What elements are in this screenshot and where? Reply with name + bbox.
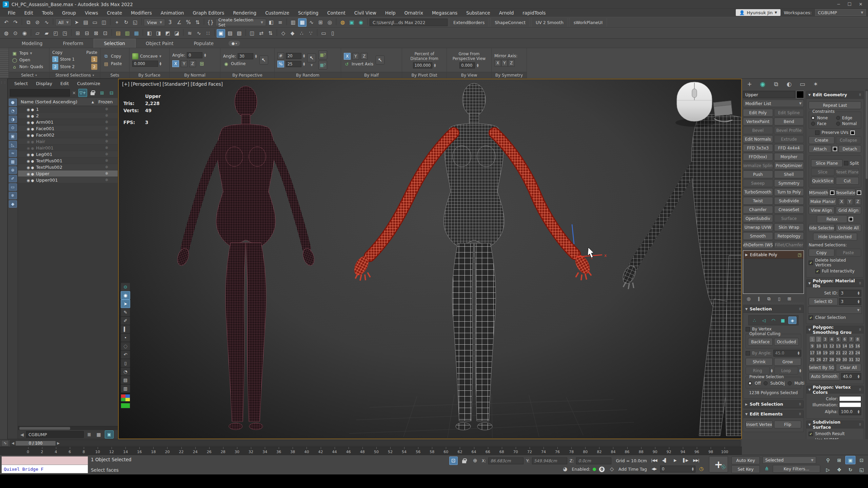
frozen-snowflake-icon[interactable] — [96, 107, 118, 111]
surface-swatch-icon[interactable] — [132, 53, 138, 59]
preserve-uvs-settings-icon[interactable] — [850, 130, 855, 135]
select-arrow-icon[interactable]: ➤ — [121, 300, 130, 308]
make-planar-button[interactable]: Make Planar — [809, 198, 837, 205]
undo-icon[interactable]: ↶ — [2, 18, 11, 27]
edit-named-sets-icon[interactable]: {} — [206, 18, 215, 27]
modifier-button[interactable]: Shell — [774, 170, 804, 178]
display-tab-icon[interactable]: ▭ — [798, 80, 807, 88]
pick-by-half-button[interactable]: ↖ — [376, 56, 384, 64]
modeling-tool-icon[interactable]: ▱ — [33, 29, 42, 38]
modifier-button[interactable]: Edit Spline — [774, 109, 804, 117]
color-palette-icon[interactable] — [121, 394, 130, 402]
Face001[interactable]: Face001 — [18, 125, 118, 132]
menu-item[interactable]: Help — [381, 9, 400, 17]
auto-key-button[interactable]: Auto Key — [731, 456, 760, 464]
smoothing-group-button[interactable]: 26 — [816, 357, 822, 363]
constraint-edge-radio[interactable] — [836, 116, 840, 120]
smoothing-group-button[interactable]: 9 — [809, 343, 815, 349]
count-mode-button[interactable]: # — [277, 53, 284, 59]
modifier-button[interactable]: Normalize Spline — [743, 162, 773, 169]
render-dot-icon[interactable] — [31, 120, 36, 125]
panel-caption[interactable]: Stored Selections — [50, 72, 100, 78]
modifier-button[interactable]: FFD(box) — [743, 153, 773, 161]
ribbon-tab[interactable]: Populate — [183, 39, 224, 48]
modeling-tool-icon[interactable]: ∵ — [307, 29, 315, 38]
visibility-eye-icon[interactable] — [18, 139, 31, 144]
edge-subobject-icon[interactable]: ◁ — [760, 317, 768, 324]
clear-selection-checkbox[interactable] — [809, 316, 813, 320]
axis-z-button[interactable]: Z — [189, 60, 196, 67]
ribbon-toggle-icon[interactable]: ▦ — [298, 18, 307, 27]
selection-lock-icon[interactable] — [460, 456, 469, 465]
modeling-tool-icon[interactable]: ▭ — [319, 29, 328, 38]
explorer-header[interactable]: Name (Sorted Ascending)▲ Frozen — [18, 98, 118, 106]
menu-item[interactable]: Create — [102, 9, 126, 17]
absolute-mode-icon[interactable]: ⊕ — [471, 456, 479, 465]
time-tag-shield-icon[interactable]: ◕ — [561, 465, 569, 473]
lights-filter-icon[interactable]: ⊙ — [9, 124, 17, 131]
menu-item[interactable]: Scripting — [294, 9, 323, 17]
frozen-snowflake-icon[interactable] — [96, 145, 118, 150]
shapes-filter-icon[interactable]: ◑ — [9, 116, 17, 123]
set-keys-button[interactable]: +⚿ — [709, 456, 728, 472]
modifier-button[interactable]: Turn to Poly — [774, 188, 804, 196]
toolbar-text-button[interactable]: ExtendBorders — [449, 18, 489, 26]
collapse-button[interactable]: Collapse — [836, 136, 862, 144]
percent-snap-icon[interactable]: % — [184, 18, 193, 27]
1[interactable]: 1 — [18, 106, 118, 113]
relax-button[interactable]: Relax — [817, 215, 847, 223]
snap-toggle-icon[interactable]: 3 — [166, 18, 174, 27]
window-crossing-icon[interactable]: ◫ — [100, 18, 108, 27]
modifier-button[interactable]: FFD 3x3x3 — [743, 144, 773, 152]
xref-filter-icon[interactable]: ⊕ — [9, 166, 17, 174]
ribbon-tab[interactable]: Modeling — [12, 39, 53, 48]
y-coordinate-field[interactable]: 549.948cm — [532, 458, 567, 464]
frozen-snowflake-icon[interactable] — [96, 178, 118, 182]
object-color-swatch[interactable] — [796, 91, 804, 98]
render-icon[interactable]: ◉ — [357, 18, 365, 27]
attach-button[interactable]: Attach — [809, 145, 831, 153]
frozen-snowflake-icon[interactable] — [96, 126, 118, 131]
menu-item[interactable]: Ornatrix — [400, 9, 428, 17]
smoothing-group-button[interactable]: 1 — [809, 336, 815, 342]
render-dot-icon[interactable] — [31, 139, 36, 144]
smoothing-group-button[interactable]: 24 — [855, 350, 861, 356]
illumination-color-swatch[interactable] — [839, 402, 861, 407]
explorer-settings-icon[interactable]: ≣ — [85, 430, 93, 439]
select-id-button[interactable]: Select ID — [809, 298, 838, 305]
unlink-selection-icon[interactable]: ⊘ — [33, 18, 42, 27]
modifier-button[interactable]: Symmetry — [774, 179, 804, 187]
grid-align-button[interactable]: Grid Align — [836, 206, 862, 214]
modeling-tool-icon[interactable]: ◨ — [154, 29, 163, 38]
render-dot-icon[interactable] — [31, 145, 36, 150]
go-to-start-icon[interactable]: |◀◀ — [650, 456, 658, 464]
modeling-tool-icon[interactable]: ▣ — [217, 29, 225, 38]
smoothing-group-button[interactable]: 25 — [809, 357, 815, 363]
modifier-list-dropdown[interactable]: Modifier List▼ — [743, 100, 804, 107]
containers-filter-icon[interactable]: ▭ — [9, 183, 17, 191]
modeling-tool-icon[interactable]: ≋ — [185, 29, 194, 38]
render-dot-icon[interactable] — [31, 165, 36, 170]
modifier-button[interactable]: VertexPaint — [743, 118, 773, 125]
utilities-tab-icon[interactable]: ✶ — [811, 80, 820, 88]
paste-selection-button[interactable]: Paste — [836, 249, 862, 257]
modeling-tool-icon[interactable]: ◇ — [279, 29, 288, 38]
cameras-filter-icon[interactable]: ▣ — [9, 133, 17, 140]
random-select-icon[interactable]: ▦? — [318, 50, 327, 59]
zoom-all-icon[interactable]: ⊞ — [834, 456, 844, 464]
half-x-button[interactable]: X — [344, 53, 351, 60]
quickslice-button[interactable]: QuickSlice — [811, 177, 834, 185]
select-by-sg-button[interactable]: Select By SG — [809, 364, 834, 371]
time-slider-channel[interactable]: ◀ 0 / 100 ▶ — [10, 440, 741, 446]
full-interactivity-checkbox[interactable] — [815, 269, 820, 273]
z-coordinate-field[interactable]: 0.0cm — [576, 458, 611, 464]
close-button[interactable]: ✕ — [859, 2, 863, 7]
tessellate-settings-icon[interactable] — [857, 190, 861, 195]
align-icon[interactable]: ≡ — [276, 18, 284, 27]
modeling-tool-icon[interactable]: ⊡ — [101, 29, 110, 38]
pen-icon[interactable]: ✐ — [121, 317, 130, 325]
planar-x-button[interactable]: X — [838, 198, 845, 205]
modeling-tool-icon[interactable]: ◰ — [52, 29, 60, 38]
by-vertex-checkbox[interactable] — [746, 327, 750, 331]
modifier-button[interactable]: Edit Normals — [743, 135, 773, 143]
